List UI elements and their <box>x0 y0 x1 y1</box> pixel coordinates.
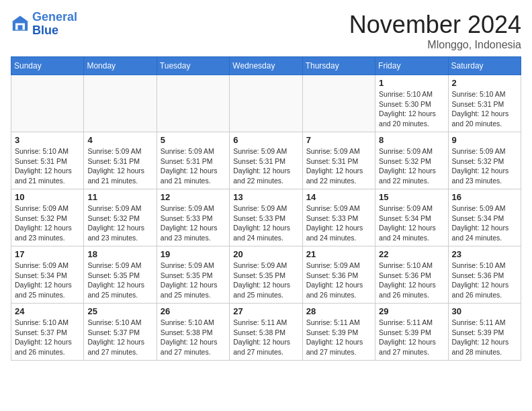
calendar-cell: 9Sunrise: 5:09 AM Sunset: 5:32 PM Daylig… <box>448 132 521 189</box>
cell-info: Sunrise: 5:09 AM Sunset: 5:32 PM Dayligh… <box>452 146 517 186</box>
calendar-cell: 4Sunrise: 5:09 AM Sunset: 5:31 PM Daylig… <box>84 132 157 189</box>
calendar-cell: 1Sunrise: 5:10 AM Sunset: 5:30 PM Daylig… <box>375 75 448 132</box>
cell-info: Sunrise: 5:09 AM Sunset: 5:34 PM Dayligh… <box>379 203 444 243</box>
day-number: 6 <box>233 135 298 145</box>
calendar-cell <box>230 75 302 132</box>
cell-info: Sunrise: 5:09 AM Sunset: 5:34 PM Dayligh… <box>452 203 517 243</box>
cell-info: Sunrise: 5:09 AM Sunset: 5:35 PM Dayligh… <box>233 261 298 300</box>
day-number: 13 <box>233 192 298 202</box>
day-number: 16 <box>452 192 517 202</box>
calendar-cell: 26Sunrise: 5:10 AM Sunset: 5:38 PM Dayli… <box>157 304 229 361</box>
day-number: 19 <box>161 249 226 259</box>
calendar-cell: 15Sunrise: 5:09 AM Sunset: 5:34 PM Dayli… <box>375 189 448 246</box>
calendar-cell: 2Sunrise: 5:10 AM Sunset: 5:31 PM Daylig… <box>448 75 521 132</box>
day-number: 17 <box>15 249 80 259</box>
day-number: 9 <box>452 135 517 145</box>
cell-info: Sunrise: 5:09 AM Sunset: 5:33 PM Dayligh… <box>161 203 226 243</box>
calendar-cell: 7Sunrise: 5:09 AM Sunset: 5:31 PM Daylig… <box>302 132 375 189</box>
calendar-cell: 6Sunrise: 5:09 AM Sunset: 5:31 PM Daylig… <box>230 132 302 189</box>
weekday-sunday: Sunday <box>11 57 84 75</box>
calendar-cell: 22Sunrise: 5:10 AM Sunset: 5:36 PM Dayli… <box>375 246 448 304</box>
calendar-cell: 29Sunrise: 5:11 AM Sunset: 5:39 PM Dayli… <box>375 304 448 361</box>
day-number: 21 <box>306 249 371 259</box>
cell-info: Sunrise: 5:10 AM Sunset: 5:31 PM Dayligh… <box>452 89 517 129</box>
calendar-cell: 24Sunrise: 5:10 AM Sunset: 5:37 PM Dayli… <box>11 304 84 361</box>
cell-info: Sunrise: 5:10 AM Sunset: 5:37 PM Dayligh… <box>87 318 152 357</box>
cell-info: Sunrise: 5:10 AM Sunset: 5:31 PM Dayligh… <box>15 146 80 186</box>
calendar-cell <box>302 75 375 132</box>
cell-info: Sunrise: 5:10 AM Sunset: 5:30 PM Dayligh… <box>379 89 444 129</box>
logo-text: General Blue <box>32 11 77 38</box>
cell-info: Sunrise: 5:09 AM Sunset: 5:35 PM Dayligh… <box>87 261 152 300</box>
cell-info: Sunrise: 5:09 AM Sunset: 5:32 PM Dayligh… <box>15 203 80 243</box>
calendar-cell: 3Sunrise: 5:10 AM Sunset: 5:31 PM Daylig… <box>11 132 84 189</box>
day-number: 18 <box>87 249 152 259</box>
day-number: 22 <box>379 249 444 259</box>
weekday-tuesday: Tuesday <box>157 57 229 75</box>
calendar-cell: 8Sunrise: 5:09 AM Sunset: 5:32 PM Daylig… <box>375 132 448 189</box>
day-number: 3 <box>15 135 80 145</box>
day-number: 23 <box>452 249 517 259</box>
calendar-cell: 18Sunrise: 5:09 AM Sunset: 5:35 PM Dayli… <box>84 246 157 304</box>
cell-info: Sunrise: 5:09 AM Sunset: 5:31 PM Dayligh… <box>306 146 371 186</box>
day-number: 5 <box>161 135 226 145</box>
day-number: 4 <box>87 135 152 145</box>
cell-info: Sunrise: 5:09 AM Sunset: 5:32 PM Dayligh… <box>87 203 152 243</box>
day-number: 24 <box>15 306 80 316</box>
cell-info: Sunrise: 5:09 AM Sunset: 5:33 PM Dayligh… <box>233 203 298 243</box>
month-title: November 2024 <box>349 11 521 39</box>
week-row-4: 17Sunrise: 5:09 AM Sunset: 5:34 PM Dayli… <box>11 246 521 304</box>
cell-info: Sunrise: 5:11 AM Sunset: 5:39 PM Dayligh… <box>452 318 517 357</box>
day-number: 28 <box>306 306 371 316</box>
day-number: 12 <box>161 192 226 202</box>
cell-info: Sunrise: 5:10 AM Sunset: 5:36 PM Dayligh… <box>452 261 517 300</box>
svg-rect-3 <box>18 25 23 30</box>
day-number: 10 <box>15 192 80 202</box>
calendar-cell: 30Sunrise: 5:11 AM Sunset: 5:39 PM Dayli… <box>448 304 521 361</box>
cell-info: Sunrise: 5:09 AM Sunset: 5:32 PM Dayligh… <box>379 146 444 186</box>
calendar-cell: 21Sunrise: 5:09 AM Sunset: 5:36 PM Dayli… <box>302 246 375 304</box>
logo-icon <box>11 15 30 34</box>
cell-info: Sunrise: 5:10 AM Sunset: 5:37 PM Dayligh… <box>15 318 80 357</box>
calendar-cell: 13Sunrise: 5:09 AM Sunset: 5:33 PM Dayli… <box>230 189 302 246</box>
calendar-cell: 23Sunrise: 5:10 AM Sunset: 5:36 PM Dayli… <box>448 246 521 304</box>
day-number: 26 <box>161 306 226 316</box>
weekday-thursday: Thursday <box>302 57 375 75</box>
weekday-monday: Monday <box>84 57 157 75</box>
location: Mlonggo, Indonesia <box>349 39 521 51</box>
calendar-cell: 12Sunrise: 5:09 AM Sunset: 5:33 PM Dayli… <box>157 189 229 246</box>
calendar-cell: 16Sunrise: 5:09 AM Sunset: 5:34 PM Dayli… <box>448 189 521 246</box>
calendar-cell: 27Sunrise: 5:11 AM Sunset: 5:38 PM Dayli… <box>230 304 302 361</box>
page-header: General Blue November 2024 Mlonggo, Indo… <box>11 11 521 51</box>
weekday-friday: Friday <box>375 57 448 75</box>
cell-info: Sunrise: 5:11 AM Sunset: 5:39 PM Dayligh… <box>306 318 371 357</box>
day-number: 7 <box>306 135 371 145</box>
day-number: 14 <box>306 192 371 202</box>
calendar-cell: 28Sunrise: 5:11 AM Sunset: 5:39 PM Dayli… <box>302 304 375 361</box>
weekday-wednesday: Wednesday <box>230 57 302 75</box>
calendar-cell <box>157 75 229 132</box>
weekday-header-row: SundayMondayTuesdayWednesdayThursdayFrid… <box>11 57 521 75</box>
cell-info: Sunrise: 5:11 AM Sunset: 5:38 PM Dayligh… <box>233 318 298 357</box>
title-block: November 2024 Mlonggo, Indonesia <box>349 11 521 51</box>
weekday-saturday: Saturday <box>448 57 521 75</box>
cell-info: Sunrise: 5:09 AM Sunset: 5:31 PM Dayligh… <box>233 146 298 186</box>
cell-info: Sunrise: 5:09 AM Sunset: 5:35 PM Dayligh… <box>161 261 226 300</box>
week-row-2: 3Sunrise: 5:10 AM Sunset: 5:31 PM Daylig… <box>11 132 521 189</box>
logo: General Blue <box>11 11 77 38</box>
day-number: 25 <box>87 306 152 316</box>
calendar-cell: 5Sunrise: 5:09 AM Sunset: 5:31 PM Daylig… <box>157 132 229 189</box>
cell-info: Sunrise: 5:10 AM Sunset: 5:38 PM Dayligh… <box>161 318 226 357</box>
calendar-cell <box>84 75 157 132</box>
day-number: 27 <box>233 306 298 316</box>
cell-info: Sunrise: 5:09 AM Sunset: 5:34 PM Dayligh… <box>15 261 80 300</box>
day-number: 30 <box>452 306 517 316</box>
cell-info: Sunrise: 5:09 AM Sunset: 5:31 PM Dayligh… <box>161 146 226 186</box>
day-number: 8 <box>379 135 444 145</box>
calendar: SundayMondayTuesdayWednesdayThursdayFrid… <box>11 56 521 361</box>
day-number: 2 <box>452 78 517 88</box>
week-row-3: 10Sunrise: 5:09 AM Sunset: 5:32 PM Dayli… <box>11 189 521 246</box>
cell-info: Sunrise: 5:11 AM Sunset: 5:39 PM Dayligh… <box>379 318 444 357</box>
calendar-cell: 11Sunrise: 5:09 AM Sunset: 5:32 PM Dayli… <box>84 189 157 246</box>
cell-info: Sunrise: 5:09 AM Sunset: 5:31 PM Dayligh… <box>87 146 152 186</box>
